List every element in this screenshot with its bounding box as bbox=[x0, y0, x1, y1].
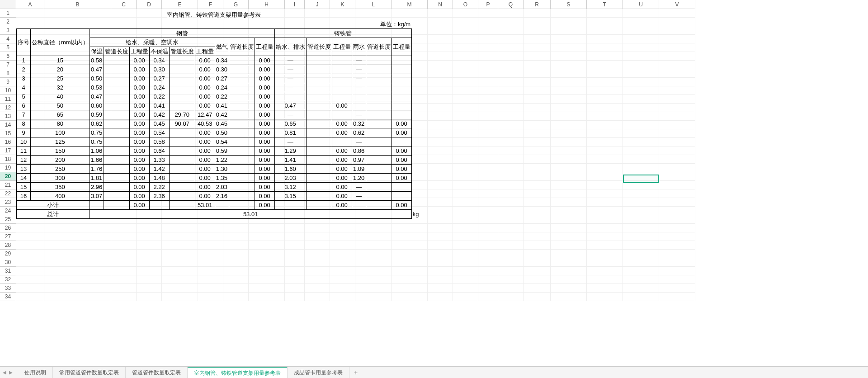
row-header-23[interactable]: 23 bbox=[0, 198, 16, 207]
col-header-O[interactable]: O bbox=[453, 0, 478, 9]
cell-d: 80 bbox=[31, 119, 90, 128]
cell-empty bbox=[366, 137, 392, 146]
row-header-3[interactable]: 3 bbox=[0, 26, 16, 35]
cell-c: 1.76 bbox=[90, 165, 104, 174]
cell-o bbox=[332, 56, 352, 65]
row-header-1[interactable]: 1 bbox=[0, 9, 16, 18]
row-header-27[interactable]: 27 bbox=[0, 232, 16, 241]
cell-l: 0.00 bbox=[255, 92, 274, 101]
cell-e: 0.00 bbox=[129, 174, 149, 183]
add-sheet-button[interactable]: + bbox=[349, 369, 362, 376]
cell-empty bbox=[104, 92, 129, 101]
col-header-K[interactable]: K bbox=[330, 0, 355, 9]
cell-p: — bbox=[352, 183, 366, 192]
selected-cell[interactable] bbox=[623, 175, 659, 183]
row-header-8[interactable]: 8 bbox=[0, 69, 16, 78]
col-header-N[interactable]: N bbox=[428, 0, 453, 9]
cell-d: 32 bbox=[31, 83, 90, 92]
col-header-L[interactable]: L bbox=[355, 0, 392, 9]
sheet-tab[interactable]: 常用管道管件数量取定表 bbox=[53, 367, 126, 378]
cell-p: 1.20 bbox=[352, 174, 366, 183]
row-header-32[interactable]: 32 bbox=[0, 275, 16, 284]
cell-i: 0.22 bbox=[215, 92, 229, 101]
col-header-S[interactable]: S bbox=[551, 0, 587, 9]
cell-c: 0.75 bbox=[90, 128, 104, 137]
row-header-24[interactable]: 24 bbox=[0, 207, 16, 215]
row-header-26[interactable]: 26 bbox=[0, 224, 16, 232]
select-all-corner[interactable] bbox=[0, 0, 16, 9]
col-header-P[interactable]: P bbox=[478, 0, 498, 9]
row-header-5[interactable]: 5 bbox=[0, 43, 16, 52]
cell-p: — bbox=[352, 137, 366, 146]
cell-empty bbox=[366, 83, 392, 92]
row-header-10[interactable]: 10 bbox=[0, 86, 16, 95]
tab-prev-icon[interactable]: ◀ bbox=[2, 370, 7, 375]
sheet-tab[interactable]: 使用说明 bbox=[18, 367, 53, 378]
cell-h: 0.00 bbox=[195, 83, 215, 92]
hdr-seq: 序号 bbox=[17, 29, 31, 56]
col-header-G[interactable]: G bbox=[223, 0, 249, 9]
row-header-22[interactable]: 22 bbox=[0, 189, 16, 198]
sheet-tab[interactable]: 管道管件数量取定表 bbox=[126, 367, 188, 378]
cell-l: 0.00 bbox=[255, 156, 274, 165]
row-header-9[interactable]: 9 bbox=[0, 78, 16, 86]
row-header-13[interactable]: 13 bbox=[0, 112, 16, 121]
cell-m: 1.41 bbox=[274, 156, 306, 165]
tab-nav: ◀ ▶ bbox=[2, 370, 14, 375]
row-header-12[interactable]: 12 bbox=[0, 104, 16, 112]
row-header-16[interactable]: 16 bbox=[0, 138, 16, 146]
row-header-31[interactable]: 31 bbox=[0, 267, 16, 275]
row-header-28[interactable]: 28 bbox=[0, 241, 16, 250]
col-header-B[interactable]: B bbox=[44, 0, 111, 9]
col-header-A[interactable]: A bbox=[16, 0, 44, 9]
row-header-30[interactable]: 30 bbox=[0, 258, 16, 267]
cell-h: 0.00 bbox=[195, 128, 215, 137]
col-header-U[interactable]: U bbox=[623, 0, 659, 9]
row-header-7[interactable]: 7 bbox=[0, 61, 16, 69]
col-header-J[interactable]: J bbox=[305, 0, 330, 9]
col-header-H[interactable]: H bbox=[249, 0, 285, 9]
sheet-tab[interactable]: 室内钢管、铸铁管道支架用量参考表 bbox=[188, 367, 288, 378]
cell-l: 0.00 bbox=[255, 174, 274, 183]
row-header-21[interactable]: 21 bbox=[0, 181, 16, 189]
row-header-14[interactable]: 14 bbox=[0, 121, 16, 129]
cell-m: — bbox=[274, 74, 306, 83]
row-header-25[interactable]: 25 bbox=[0, 215, 16, 224]
col-header-V[interactable]: V bbox=[659, 0, 695, 9]
col-header-F[interactable]: F bbox=[198, 0, 223, 9]
col-header-R[interactable]: R bbox=[524, 0, 551, 9]
col-header-M[interactable]: M bbox=[392, 0, 428, 9]
row-header-17[interactable]: 17 bbox=[0, 146, 16, 155]
cell-o: 0.00 bbox=[332, 128, 352, 137]
tab-next-icon[interactable]: ▶ bbox=[8, 370, 14, 375]
row-header-20[interactable]: 20 bbox=[0, 172, 16, 181]
row-header-19[interactable]: 19 bbox=[0, 164, 16, 172]
row-header-34[interactable]: 34 bbox=[0, 293, 16, 301]
cell-empty bbox=[229, 192, 255, 201]
row-header-4[interactable]: 4 bbox=[0, 35, 16, 43]
col-header-E[interactable]: E bbox=[162, 0, 198, 9]
col-header-C[interactable]: C bbox=[111, 0, 137, 9]
cell-d: 20 bbox=[31, 65, 90, 74]
row-header-18[interactable]: 18 bbox=[0, 155, 16, 164]
cell-empty bbox=[366, 74, 392, 83]
cell-d: 25 bbox=[31, 74, 90, 83]
col-header-I[interactable]: I bbox=[285, 0, 305, 9]
cell-i: 0.59 bbox=[215, 146, 229, 156]
row-header-2[interactable]: 2 bbox=[0, 18, 16, 26]
col-header-D[interactable]: D bbox=[137, 0, 162, 9]
cell-o: 0.00 bbox=[332, 174, 352, 183]
column-headers: ABCDEFGHIJKLMNOPQRSTUV bbox=[16, 0, 695, 9]
row-header-6[interactable]: 6 bbox=[0, 52, 16, 61]
row-header-15[interactable]: 15 bbox=[0, 129, 16, 138]
row-header-11[interactable]: 11 bbox=[0, 95, 16, 104]
col-header-T[interactable]: T bbox=[587, 0, 623, 9]
row-header-33[interactable]: 33 bbox=[0, 284, 16, 293]
row-header-29[interactable]: 29 bbox=[0, 250, 16, 258]
cell-empty bbox=[306, 192, 332, 201]
col-header-Q[interactable]: Q bbox=[498, 0, 524, 9]
sheet-tab[interactable]: 成品管卡用量参考表 bbox=[288, 367, 349, 378]
cell-r: 0.00 bbox=[392, 146, 411, 156]
cell-h: 0.00 bbox=[195, 92, 215, 101]
cell-g bbox=[169, 165, 195, 174]
